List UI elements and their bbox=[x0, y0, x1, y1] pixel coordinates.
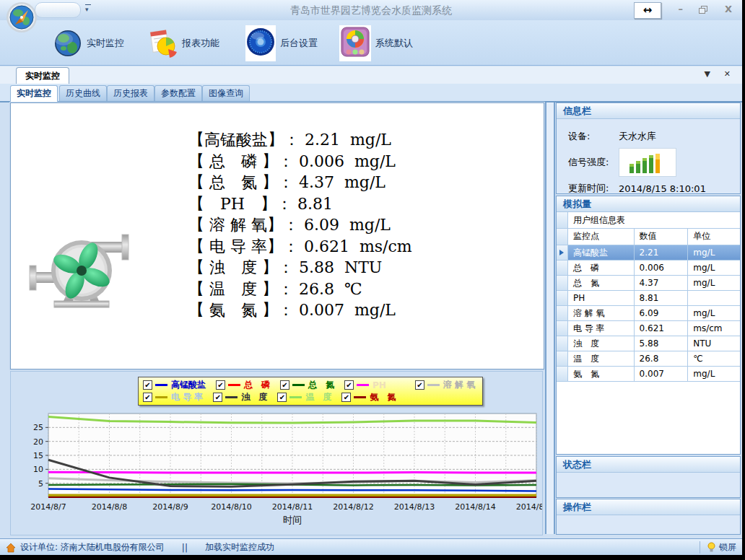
svg-text:2014/8/13: 2014/8/13 bbox=[394, 502, 435, 512]
legend-checkbox[interactable]: ✔ bbox=[216, 380, 225, 390]
svg-text:2014/8/7: 2014/8/7 bbox=[30, 502, 66, 512]
minimize-button[interactable]: – bbox=[679, 4, 684, 14]
tab-image-query[interactable]: 图像查询 bbox=[202, 85, 250, 101]
reading-temperature: 【 温 度 】： 26.8 ℃ bbox=[188, 279, 412, 300]
table-row[interactable]: 氨 氮 0.007 mg/L bbox=[557, 367, 740, 382]
legend-item-temperature[interactable]: ✔ 温 度 bbox=[277, 391, 331, 403]
info-section-header[interactable]: 信息栏 bbox=[557, 103, 740, 119]
signal-strength-label: 信号强度: bbox=[568, 156, 619, 169]
info-section: 信息栏 设备: 天水水库 信号强度: 更新时间: bbox=[556, 102, 741, 194]
trend-chart-panel: ✔ 高锰酸盐 ✔ 总 磷 ✔ 总 氮 ✔ PH bbox=[10, 371, 543, 535]
table-row[interactable]: 高锰酸盐 2.21 mg/L bbox=[557, 245, 740, 261]
legend-checkbox[interactable]: ✔ bbox=[213, 393, 222, 402]
user-group-table: 用户组信息表 监控点 数值 单位 高锰酸盐 2.21 mg/L 总 磷 bbox=[557, 212, 740, 454]
report-pie-icon bbox=[147, 28, 178, 58]
signal-strength-indicator bbox=[619, 148, 676, 177]
resize-toggle-button[interactable]: ↔ bbox=[634, 2, 661, 19]
statusbar-separator: || bbox=[182, 543, 188, 553]
status-section: 状态栏 bbox=[556, 456, 741, 498]
legend-line-swatch bbox=[155, 396, 167, 398]
legend-label: 电 导 率 bbox=[171, 391, 203, 403]
svg-text:时间: 时间 bbox=[283, 515, 302, 525]
svg-text:2014/8/15: 2014/8/15 bbox=[516, 502, 542, 512]
legend-item-dissolved-oxygen[interactable]: ✔ 溶 解 氧 bbox=[415, 379, 475, 391]
reading-total-nitrogen: 【 总 氮 】： 4.37 mg/L bbox=[188, 172, 412, 193]
legend-line-swatch bbox=[354, 396, 366, 398]
table-row[interactable]: 浊 度 5.88 NTU bbox=[557, 336, 740, 351]
tab-history-report[interactable]: 历史报表 bbox=[107, 85, 154, 101]
legend-checkbox[interactable]: ✔ bbox=[344, 380, 354, 390]
ribbon-button-label: 系统默认 bbox=[375, 37, 413, 50]
legend-checkbox[interactable]: ✔ bbox=[143, 393, 152, 402]
legend-checkbox[interactable]: ✔ bbox=[280, 380, 289, 390]
app-window: ▾ 青岛市世界园艺博览会水质监测系统 ↔ – X bbox=[0, 0, 742, 555]
analog-section-header[interactable]: 模拟量 bbox=[557, 196, 740, 212]
table-row[interactable]: 温 度 26.8 ℃ bbox=[557, 351, 740, 367]
legend-checkbox[interactable]: ✔ bbox=[277, 393, 287, 402]
table-title-row: 用户组信息表 bbox=[557, 212, 740, 229]
table-row[interactable]: 总 氮 4.37 mg/L bbox=[557, 276, 740, 291]
system-default-button[interactable]: 系统默认 bbox=[339, 26, 413, 61]
legend-item-permanganate[interactable]: ✔ 高锰酸盐 bbox=[143, 379, 206, 391]
tab-history-curve[interactable]: 历史曲线 bbox=[59, 85, 107, 101]
reading-total-phosphorus: 【 总 磷 】： 0.006 mg/L bbox=[188, 151, 412, 172]
document-tab-strip: 实时监控 ▼ ✕ bbox=[0, 66, 742, 84]
operation-section-header[interactable]: 操作栏 bbox=[557, 499, 740, 515]
svg-text:2014/8/8: 2014/8/8 bbox=[92, 502, 127, 512]
legend-line-swatch bbox=[292, 384, 305, 386]
legend-line-swatch bbox=[155, 384, 167, 386]
legend-label: 浊 度 bbox=[241, 391, 267, 403]
legend-line-swatch bbox=[225, 396, 238, 398]
reading-turbidity: 【 浊 度 】： 5.88 NTU bbox=[188, 257, 412, 279]
svg-text:2014/8/11: 2014/8/11 bbox=[272, 502, 313, 512]
readings-block: 【高锰酸盐】： 2.21 mg/L 【 总 磷 】： 0.006 mg/L 【 … bbox=[188, 129, 412, 321]
legend-checkbox[interactable]: ✔ bbox=[143, 380, 152, 390]
legend-line-swatch bbox=[357, 384, 369, 386]
legend-item-conductivity[interactable]: ✔ 电 导 率 bbox=[143, 391, 203, 403]
legend-item-ph[interactable]: ✔ PH bbox=[344, 380, 386, 390]
operation-section: 操作栏 bbox=[556, 499, 741, 535]
table-row[interactable]: 电 导 率 0.621 ms/cm bbox=[557, 321, 740, 336]
svg-text:2014/8/9: 2014/8/9 bbox=[152, 502, 188, 512]
report-function-button[interactable]: 报表功能 bbox=[147, 26, 219, 61]
compass-app-icon[interactable] bbox=[6, 1, 38, 33]
pump-icon bbox=[24, 227, 139, 318]
legend-checkbox[interactable]: ✔ bbox=[341, 393, 351, 402]
realtime-monitor-button[interactable]: 实时监控 bbox=[53, 26, 124, 61]
reading-ammonia: 【 氨 氮 】： 0.007 mg/L bbox=[188, 299, 412, 321]
system-default-icon bbox=[340, 26, 370, 58]
window-title: 青岛市世界园艺博览会水质监测系统 bbox=[0, 4, 742, 17]
lock-screen-button[interactable]: 锁屏 bbox=[700, 541, 736, 554]
legend-label: 溶 解 氧 bbox=[443, 379, 475, 391]
blue-disc-icon bbox=[246, 26, 275, 58]
status-section-header[interactable]: 状态栏 bbox=[557, 457, 740, 473]
legend-item-total-nitrogen[interactable]: ✔ 总 氮 bbox=[280, 379, 334, 391]
chart-legend: ✔ 高锰酸盐 ✔ 总 磷 ✔ 总 氮 ✔ PH bbox=[138, 377, 483, 406]
bulb-icon bbox=[707, 542, 715, 553]
legend-checkbox[interactable]: ✔ bbox=[415, 380, 424, 390]
tab-close-icon[interactable]: ✕ bbox=[724, 69, 731, 79]
svg-text:15: 15 bbox=[33, 451, 43, 460]
legend-item-ammonia[interactable]: ✔ 氨 氮 bbox=[341, 391, 396, 403]
legend-label: PH bbox=[372, 380, 386, 390]
legend-item-total-phosphorus[interactable]: ✔ 总 磷 bbox=[216, 379, 270, 391]
table-row[interactable]: 溶 解 氧 6.09 mg/L bbox=[557, 306, 740, 321]
device-label: 设备: bbox=[568, 130, 619, 143]
table-row[interactable]: 总 磷 0.006 mg/L bbox=[557, 261, 740, 276]
trend-chart: 5101520252014/8/72014/8/82014/8/92014/8/… bbox=[15, 409, 542, 530]
legend-label: 总 磷 bbox=[244, 379, 270, 391]
tab-parameter-config[interactable]: 参数配置 bbox=[154, 85, 202, 101]
signal-bars-icon bbox=[619, 152, 674, 176]
document-tab-realtime[interactable]: 实时监控 bbox=[16, 67, 69, 84]
side-panel: 信息栏 设备: 天水水库 信号强度: 更新时间: bbox=[556, 102, 741, 534]
backend-settings-button[interactable]: 后台设置 bbox=[245, 26, 318, 61]
tab-list-dropdown-icon[interactable]: ▼ bbox=[705, 69, 710, 79]
restore-button[interactable] bbox=[699, 6, 707, 16]
svg-text:2014/8/14: 2014/8/14 bbox=[455, 502, 495, 512]
table-row[interactable]: PH 8.81 bbox=[557, 291, 740, 306]
tab-realtime-monitor[interactable]: 实时监控 bbox=[10, 85, 58, 102]
close-button[interactable]: X bbox=[725, 4, 732, 14]
legend-item-turbidity[interactable]: ✔ 浊 度 bbox=[213, 391, 267, 403]
reading-ph: 【 PH 】： 8.81 bbox=[188, 193, 412, 215]
panel-splitter[interactable] bbox=[545, 102, 555, 534]
